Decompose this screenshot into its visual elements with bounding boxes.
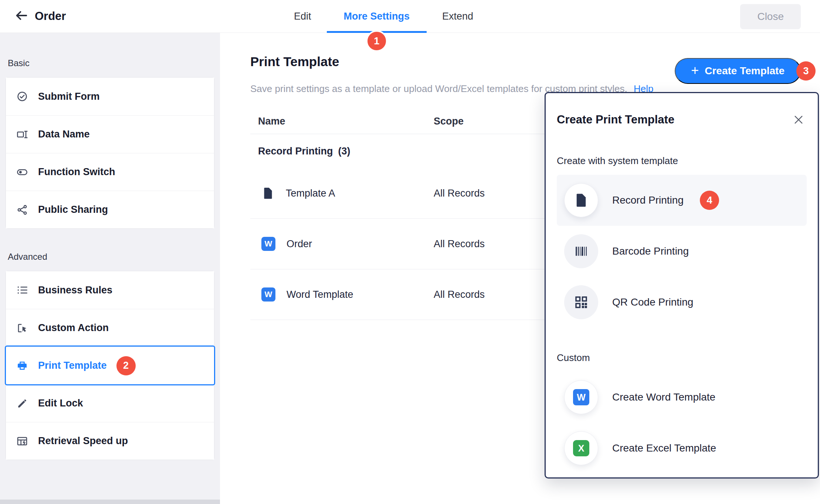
group-count: (3) (338, 146, 350, 157)
plus-icon: + (691, 64, 699, 77)
toggle-icon (16, 166, 28, 178)
page-title: Order (35, 10, 66, 23)
tab-bar: Edit More Settings 1 Extend (294, 0, 473, 33)
step-badge-1: 1 (366, 30, 387, 52)
sidebar-item-retrieval-speed-up[interactable]: Retrieval Speed up (6, 422, 214, 460)
section-label-basic: Basic (8, 58, 214, 68)
cell-template-name: W Order (250, 237, 434, 251)
sidebar-item-custom-action[interactable]: Custom Action (6, 309, 214, 347)
option-label: Create Excel Template (612, 442, 716, 454)
sidebar-bottom-strip (0, 500, 220, 504)
app-window: Order Edit More Settings 1 Extend Close … (0, 0, 820, 504)
word-icon: W (564, 380, 598, 414)
sidebar-item-public-sharing[interactable]: Public Sharing (6, 191, 214, 228)
group-label: Record Printing (258, 146, 333, 157)
cell-template-name: W Word Template (250, 287, 434, 302)
sidebar-item-label: Public Sharing (38, 204, 108, 215)
option-label: QR Code Printing (612, 296, 693, 308)
doc-icon (564, 183, 598, 217)
create-print-template-dialog: Create Print Template Create with system… (545, 92, 819, 479)
option-label: Create Word Template (612, 391, 715, 403)
basic-card: Submit Form Data Name Function Switch (6, 77, 214, 229)
option-qr-code-printing[interactable]: QR Code Printing (557, 277, 807, 328)
close-button[interactable]: Close (740, 4, 801, 29)
check-circle-icon (16, 91, 28, 102)
dialog-section-custom: Custom (557, 352, 807, 364)
word-icon: W (261, 237, 275, 251)
sidebar-item-business-rules[interactable]: Business Rules (6, 271, 214, 309)
option-record-printing[interactable]: Record Printing 4 (557, 175, 807, 226)
printer-icon (16, 360, 28, 372)
step-badge-3: 3 (796, 61, 816, 81)
barcode-icon (564, 234, 598, 268)
sidebar-item-data-name[interactable]: Data Name (6, 115, 214, 153)
step-badge-2: 2 (116, 356, 136, 375)
sidebar-item-submit-form[interactable]: Submit Form (6, 78, 214, 115)
close-icon[interactable] (790, 112, 807, 128)
sidebar-item-label: Data Name (38, 129, 90, 140)
sidebar-item-label: Submit Form (38, 91, 100, 102)
settings-sidebar: Basic Submit Form Data Name (0, 33, 220, 504)
option-create-excel-template[interactable]: X Create Excel Template (557, 423, 807, 474)
custom-template-list: W Create Word Template X Create Excel Te… (557, 372, 807, 474)
rename-field-icon (16, 129, 28, 140)
option-label: Record Printing (612, 194, 684, 206)
sidebar-item-label: Business Rules (38, 285, 112, 296)
column-header-scope: Scope (434, 116, 464, 127)
sidebar-item-print-template[interactable]: Print Template 2 (6, 347, 214, 384)
dialog-title: Create Print Template (557, 113, 674, 126)
create-template-button[interactable]: + Create Template 3 (675, 58, 801, 84)
section-label-advanced: Advanced (8, 252, 214, 262)
word-icon: W (261, 287, 275, 302)
cell-template-name: Template A (250, 187, 434, 200)
back-button[interactable] (13, 7, 30, 25)
cursor-click-icon (16, 322, 28, 334)
system-template-list: Record Printing 4 Barcode Printing QR Co… (557, 175, 807, 328)
speed-table-icon (16, 435, 28, 447)
sidebar-section-basic: Basic Submit Form Data Name (6, 58, 214, 229)
dialog-section-system: Create with system template (557, 155, 807, 167)
cell-scope: All Records (434, 238, 485, 250)
column-header-name: Name (250, 116, 434, 127)
tab-edit[interactable]: Edit (294, 0, 311, 33)
share-icon (16, 204, 28, 216)
sidebar-item-label: Retrieval Speed up (38, 435, 128, 447)
advanced-card: Business Rules Custom Action Print Templ… (6, 271, 214, 460)
option-create-word-template[interactable]: W Create Word Template (557, 372, 807, 423)
option-barcode-printing[interactable]: Barcode Printing (557, 226, 807, 277)
sidebar-item-edit-lock[interactable]: Edit Lock (6, 384, 214, 422)
sidebar-item-label: Print Template (38, 360, 107, 371)
sidebar-item-function-switch[interactable]: Function Switch (6, 153, 214, 191)
cell-scope: All Records (434, 188, 485, 199)
sidebar-item-label: Function Switch (38, 166, 115, 178)
sidebar-item-label: Custom Action (38, 322, 109, 334)
section-title: Print Template (250, 54, 339, 69)
tab-more-settings[interactable]: More Settings 1 (344, 0, 410, 33)
dialog-header: Create Print Template (557, 112, 807, 128)
sidebar-section-advanced: Advanced Business Rules Custom Action (6, 252, 214, 460)
create-template-label: Create Template (705, 65, 785, 77)
sidebar-item-label: Edit Lock (38, 398, 83, 409)
doc-icon (261, 187, 275, 200)
arrow-left-icon (14, 8, 29, 24)
list-icon (16, 284, 28, 296)
excel-icon: X (564, 431, 598, 465)
qrcode-icon (564, 285, 598, 319)
option-label: Barcode Printing (612, 245, 689, 257)
step-badge-4: 4 (700, 191, 719, 210)
cell-scope: All Records (434, 289, 485, 300)
top-bar: Order Edit More Settings 1 Extend Close (0, 0, 820, 33)
pencil-icon (16, 398, 28, 409)
tab-extend[interactable]: Extend (442, 0, 473, 33)
